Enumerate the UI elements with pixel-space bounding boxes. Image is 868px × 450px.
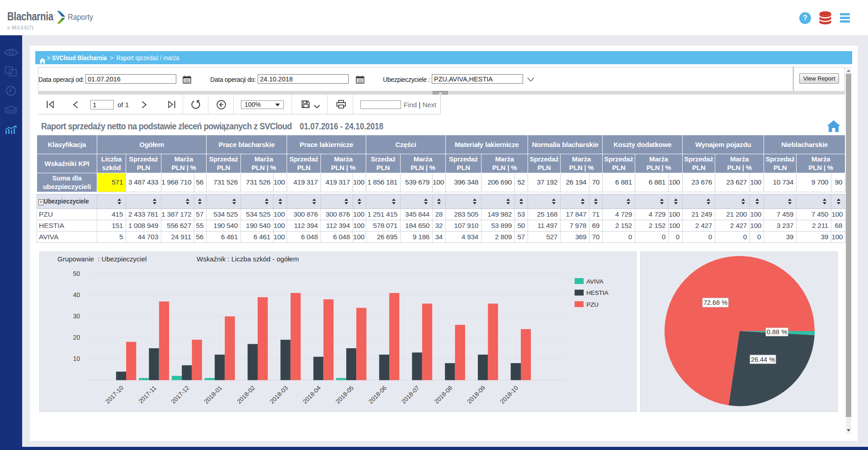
svg-text:PZU: PZU — [586, 301, 599, 308]
svg-text:2017-10: 2017-10 — [104, 384, 125, 405]
svg-text:2018-07: 2018-07 — [400, 384, 421, 405]
svg-text:0.88 %: 0.88 % — [767, 328, 787, 336]
svg-text:2018-01: 2018-01 — [203, 384, 224, 405]
svg-text:20: 20 — [73, 334, 80, 341]
svg-text:2017-12: 2017-12 — [170, 384, 191, 405]
svg-text:2018-10: 2018-10 — [499, 384, 519, 405]
svg-text:2017-11: 2017-11 — [137, 384, 158, 405]
svg-text:72.68 %: 72.68 % — [703, 299, 727, 306]
svg-text:2018-08: 2018-08 — [433, 384, 454, 405]
svg-text:30: 30 — [73, 313, 80, 320]
svg-text:2018-03: 2018-03 — [269, 384, 289, 405]
svg-text:2018-06: 2018-06 — [367, 384, 388, 405]
svg-text:26.44 %: 26.44 % — [751, 356, 775, 363]
svg-text:10: 10 — [73, 355, 80, 362]
svg-text:2018-02: 2018-02 — [236, 384, 256, 405]
svg-text:2018-04: 2018-04 — [302, 384, 322, 405]
svg-text:40: 40 — [73, 291, 80, 298]
svg-text:AVIVA: AVIVA — [586, 278, 604, 285]
svg-text:2018-05: 2018-05 — [335, 384, 355, 405]
svg-text:50: 50 — [73, 270, 80, 277]
svg-text:HESTIA: HESTIA — [586, 289, 609, 296]
svg-text:2018-09: 2018-09 — [466, 384, 487, 405]
